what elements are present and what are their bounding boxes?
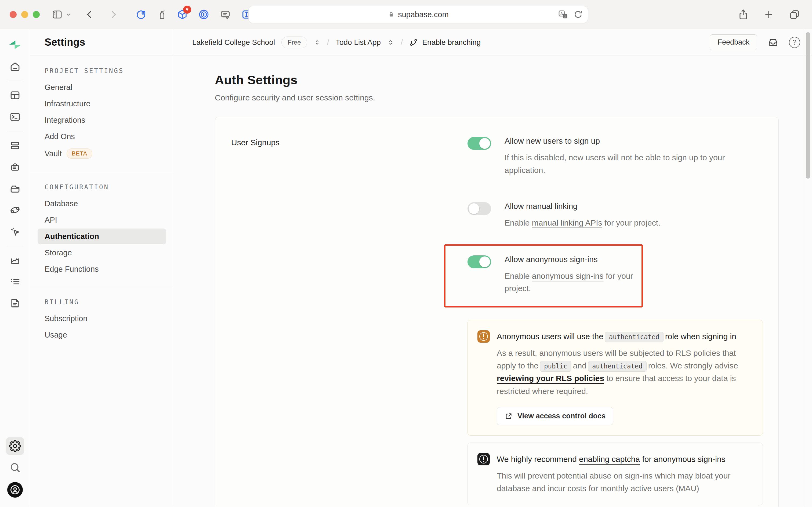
project-selector-icon[interactable] bbox=[387, 39, 394, 47]
auth-icon[interactable] bbox=[6, 158, 24, 176]
feedback-button[interactable]: Feedback bbox=[710, 35, 757, 50]
breadcrumb-separator: / bbox=[401, 38, 403, 47]
sidebar-item-api[interactable]: API bbox=[38, 212, 166, 228]
browser-chrome: ♥ supabase.com bbox=[0, 0, 812, 29]
sidebar-toggle-icon[interactable] bbox=[52, 9, 63, 20]
rail-divider bbox=[7, 81, 23, 81]
page-title: Auth Settings bbox=[215, 72, 812, 87]
settings-gear-icon[interactable] bbox=[6, 437, 24, 455]
ext-speech-icon[interactable] bbox=[220, 9, 231, 20]
help-icon[interactable]: ? bbox=[789, 37, 800, 48]
logs-icon[interactable] bbox=[6, 273, 24, 291]
breadcrumb: Lakefield College School Free / Todo Lis… bbox=[192, 37, 481, 48]
manual-linking-apis-link[interactable]: manual linking APIs bbox=[532, 218, 602, 227]
sidebar-item-usage[interactable]: Usage bbox=[38, 327, 166, 343]
database-icon[interactable] bbox=[6, 137, 24, 154]
ext-record-icon[interactable] bbox=[198, 9, 210, 20]
allow-anonymous-signins-toggle[interactable] bbox=[467, 256, 491, 268]
authenticated-role-chip: authenticated bbox=[605, 332, 663, 342]
enabling-captcha-link[interactable]: enabling captcha bbox=[579, 455, 640, 463]
toggle-title: Allow anonymous sign-ins bbox=[505, 255, 635, 264]
supabase-app: Settings PROJECT SETTINGS General Infras… bbox=[0, 29, 812, 507]
nav-section-configuration: CONFIGURATION Database API Authenticatio… bbox=[30, 172, 174, 287]
forward-button[interactable] bbox=[109, 10, 118, 19]
callout-body: This will prevent potential abuse on sig… bbox=[497, 469, 753, 495]
minimize-window-button[interactable] bbox=[21, 11, 28, 18]
tab-overview-icon[interactable] bbox=[789, 9, 800, 20]
warning-icon: ! bbox=[477, 330, 490, 343]
allow-manual-linking-toggle[interactable] bbox=[467, 202, 491, 215]
breadcrumb-org[interactable]: Lakefield College School bbox=[192, 38, 275, 47]
search-icon[interactable] bbox=[6, 459, 24, 476]
api-docs-icon[interactable] bbox=[6, 294, 24, 312]
sidebar-item-add-ons[interactable]: Add Ons bbox=[38, 129, 166, 145]
manual-linking-toggle-row: Allow manual linking Enable manual linki… bbox=[467, 202, 763, 229]
inbox-icon[interactable] bbox=[767, 37, 779, 48]
user-signups-card: User Signups Allow new users to sign up … bbox=[215, 117, 779, 507]
org-selector-icon[interactable] bbox=[313, 39, 321, 47]
share-icon[interactable] bbox=[738, 9, 749, 20]
scroll-gutter bbox=[804, 29, 804, 507]
auth-settings-content: Auth Settings Configure security and use… bbox=[174, 56, 812, 507]
breadcrumb-project[interactable]: Todo List App bbox=[336, 38, 381, 47]
toggle-title: Allow manual linking bbox=[505, 202, 660, 211]
anonymous-signins-annotation-box: Allow anonymous sign-ins Enable anonymou… bbox=[444, 244, 643, 307]
user-avatar[interactable] bbox=[7, 482, 23, 498]
toggle-description: Enable manual linking APIs for your proj… bbox=[505, 217, 660, 229]
enable-branching-button[interactable]: Enable branching bbox=[409, 38, 481, 47]
info-icon: ! bbox=[477, 453, 490, 465]
anonymous-signins-link[interactable]: anonymous sign-ins bbox=[532, 272, 603, 280]
sidebar-item-general[interactable]: General bbox=[38, 79, 166, 95]
page-subtitle: Configure security and user session sett… bbox=[215, 93, 812, 102]
sidebar-item-database[interactable]: Database bbox=[38, 196, 166, 212]
authenticated-role-chip: authenticated bbox=[588, 361, 647, 372]
plan-badge: Free bbox=[281, 37, 307, 48]
callout-title: We highly recommend enabling captcha for… bbox=[497, 453, 753, 465]
back-button[interactable] bbox=[85, 10, 95, 19]
section-label: User Signups bbox=[231, 136, 467, 507]
nav-section-project-settings: PROJECT SETTINGS General Infrastructure … bbox=[30, 56, 174, 172]
url-text: supabase.com bbox=[398, 10, 449, 19]
allow-signups-toggle[interactable] bbox=[467, 137, 491, 150]
sidebar-item-storage[interactable]: Storage bbox=[38, 245, 166, 261]
view-access-control-docs-button[interactable]: View access control docs bbox=[497, 407, 613, 425]
new-tab-icon[interactable] bbox=[764, 9, 774, 19]
translate-icon[interactable]: A x bbox=[558, 10, 569, 19]
table-editor-icon[interactable] bbox=[6, 87, 24, 104]
public-role-chip: public bbox=[540, 361, 571, 372]
sidebar-item-integrations[interactable]: Integrations bbox=[38, 112, 166, 128]
edge-functions-icon[interactable] bbox=[6, 201, 24, 219]
address-bar[interactable]: supabase.com A x bbox=[248, 6, 588, 23]
sidenav-header: Settings bbox=[30, 29, 174, 56]
sidebar-item-infrastructure[interactable]: Infrastructure bbox=[38, 96, 166, 112]
sidebar-item-subscription[interactable]: Subscription bbox=[38, 311, 166, 327]
sidebar-item-authentication[interactable]: Authentication bbox=[38, 229, 166, 244]
review-rls-policies-link[interactable]: reviewing your RLS policies bbox=[497, 374, 604, 383]
supabase-logo[interactable] bbox=[6, 36, 24, 54]
main-area: Lakefield College School Free / Todo Lis… bbox=[174, 29, 812, 507]
storage-icon[interactable] bbox=[6, 180, 24, 198]
close-window-button[interactable] bbox=[10, 11, 17, 18]
realtime-icon[interactable] bbox=[6, 223, 24, 240]
sidebar-chevron-icon[interactable] bbox=[65, 11, 71, 17]
sql-editor-icon[interactable] bbox=[6, 108, 24, 126]
reports-icon[interactable] bbox=[6, 251, 24, 269]
icon-rail bbox=[0, 29, 30, 507]
scrollbar-thumb[interactable] bbox=[806, 32, 810, 179]
ext-timer-icon[interactable] bbox=[136, 9, 147, 20]
section-title: PROJECT SETTINGS bbox=[45, 67, 174, 75]
zoom-window-button[interactable] bbox=[33, 11, 40, 18]
ext-cleaner-icon[interactable] bbox=[157, 9, 167, 20]
external-link-icon bbox=[505, 412, 513, 420]
home-icon[interactable] bbox=[6, 58, 24, 75]
signup-toggle-row: Allow new users to sign up If this is di… bbox=[467, 136, 763, 176]
callout-title: Anonymous users will use theauthenticate… bbox=[497, 330, 753, 342]
captcha-recommendation-callout: ! We highly recommend enabling captcha f… bbox=[467, 443, 763, 505]
svg-text:A: A bbox=[561, 11, 563, 16]
section-title: BILLING bbox=[45, 298, 174, 306]
nav-section-billing: BILLING Subscription Usage bbox=[30, 287, 174, 353]
sidebar-item-vault[interactable]: Vault BETA bbox=[38, 145, 166, 162]
reload-icon[interactable] bbox=[573, 10, 583, 19]
sidebar-item-edge-functions[interactable]: Edge Functions bbox=[38, 261, 166, 277]
ext-package-icon[interactable]: ♥ bbox=[177, 9, 188, 20]
